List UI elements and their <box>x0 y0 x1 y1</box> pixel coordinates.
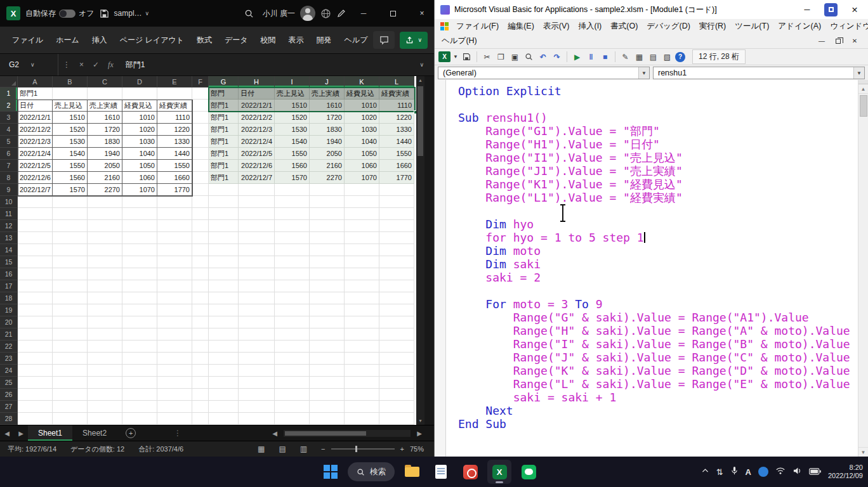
cell-C12[interactable] <box>88 220 122 232</box>
formula-bar-expand-icon[interactable]: ∨ <box>419 62 424 68</box>
cell-G9[interactable] <box>209 184 239 196</box>
cell-I8[interactable]: 1570 <box>275 172 310 184</box>
cell-F18[interactable] <box>192 292 209 304</box>
cell-A21[interactable] <box>18 328 53 341</box>
cell-A8[interactable]: 2022/12/6 <box>18 172 53 184</box>
filename-dropdown[interactable]: sampl… ∨ <box>114 9 150 18</box>
cell-A24[interactable] <box>18 365 53 377</box>
cell-G28[interactable] <box>209 413 239 425</box>
scroll-up-icon[interactable]: ▲ <box>418 76 423 84</box>
zoom-out-icon[interactable]: − <box>321 445 325 453</box>
column-header-J[interactable]: J <box>310 76 345 88</box>
cell-C5[interactable]: 1830 <box>88 136 122 148</box>
cell-D19[interactable] <box>122 304 157 316</box>
cell-H2[interactable]: 2022/12/1 <box>239 100 275 112</box>
select-all-corner[interactable] <box>0 76 18 88</box>
page-break-view-icon[interactable]: ▥ <box>300 445 307 453</box>
cell-L14[interactable] <box>379 244 414 256</box>
cell-H12[interactable] <box>239 220 275 232</box>
cell-K7[interactable]: 1060 <box>345 160 379 172</box>
cell-D17[interactable] <box>122 280 157 292</box>
cell-J8[interactable]: 2270 <box>310 172 345 184</box>
cell-J9[interactable] <box>310 184 345 196</box>
cell-B12[interactable] <box>53 220 88 232</box>
name-box[interactable]: G2 ∨ <box>0 54 58 75</box>
cell-J17[interactable] <box>310 280 345 292</box>
cell-D18[interactable] <box>122 292 157 304</box>
cell-H23[interactable] <box>239 353 275 365</box>
code-line-20[interactable]: Range("I" & saki).Value = Range("B" & mo… <box>458 337 857 351</box>
cell-L15[interactable] <box>379 256 414 268</box>
cell-B14[interactable] <box>53 244 88 256</box>
cell-C3[interactable]: 1610 <box>88 112 122 124</box>
cell-J16[interactable] <box>310 268 345 280</box>
cell-I11[interactable] <box>275 208 310 220</box>
ribbon-tab-9[interactable]: ヘルプ <box>339 31 374 49</box>
cell-A19[interactable] <box>18 304 53 316</box>
cell-I18[interactable] <box>275 292 310 304</box>
cell-H28[interactable] <box>239 413 275 425</box>
cell-F22[interactable] <box>192 341 209 353</box>
minimize-button[interactable]: ─ <box>798 2 817 17</box>
cell-C26[interactable] <box>88 389 122 401</box>
cell-A7[interactable]: 2022/12/5 <box>18 160 53 172</box>
menu-item-1-0[interactable]: ファイル(F) <box>452 20 503 33</box>
design-mode-icon[interactable]: ✎ <box>619 51 631 63</box>
cell-L21[interactable] <box>379 328 414 341</box>
cell-J15[interactable] <box>310 256 345 268</box>
code-line-3[interactable]: Sub renshu1() <box>458 111 857 124</box>
cell-L20[interactable] <box>379 316 414 328</box>
wifi-icon[interactable] <box>775 466 786 477</box>
cell-B23[interactable] <box>53 353 88 365</box>
cell-D1[interactable] <box>122 88 157 100</box>
cell-I24[interactable] <box>275 365 310 377</box>
cell-I19[interactable] <box>275 304 310 316</box>
code-line-11[interactable]: Dim hyo <box>458 218 857 231</box>
cell-G2[interactable]: 部門1 <box>209 100 239 112</box>
cell-I9[interactable] <box>275 184 310 196</box>
cell-G16[interactable] <box>209 268 239 280</box>
cell-K5[interactable]: 1040 <box>345 136 379 148</box>
cell-K28[interactable] <box>345 413 379 425</box>
close-button[interactable]: × <box>410 0 434 27</box>
cell-C17[interactable] <box>88 280 122 292</box>
cell-J22[interactable] <box>310 341 345 353</box>
row-header-6[interactable]: 6 <box>0 148 18 160</box>
cell-H18[interactable] <box>239 292 275 304</box>
row-header-10[interactable]: 10 <box>0 196 18 208</box>
cell-L9[interactable] <box>379 184 414 196</box>
cell-A23[interactable] <box>18 353 53 365</box>
cell-B4[interactable]: 1520 <box>53 124 88 136</box>
code-line-23[interactable]: Range("L" & saki).Value = Range("E" & mo… <box>458 377 857 391</box>
child-restore-button[interactable] <box>831 36 845 47</box>
sheet-prev-icon[interactable]: ◀ <box>0 430 14 437</box>
cell-H14[interactable] <box>239 244 275 256</box>
cell-D4[interactable]: 1020 <box>122 124 157 136</box>
cell-A10[interactable] <box>18 196 53 208</box>
column-header-A[interactable]: A <box>18 76 53 88</box>
cell-E10[interactable] <box>157 196 192 208</box>
object-dropdown[interactable]: (General) ▼ <box>438 67 650 79</box>
row-header-14[interactable]: 14 <box>0 244 18 256</box>
cell-E1[interactable] <box>157 88 192 100</box>
cell-A14[interactable] <box>18 244 53 256</box>
cell-C2[interactable]: 売上実績 <box>88 100 122 112</box>
scroll-up-icon[interactable]: ▲ <box>858 84 868 94</box>
cell-H7[interactable]: 2022/12/6 <box>239 160 275 172</box>
cell-G14[interactable] <box>209 244 239 256</box>
code-line-22[interactable]: Range("K" & saki).Value = Range("D" & mo… <box>458 364 857 377</box>
normal-view-icon[interactable]: ▦ <box>258 445 265 453</box>
cell-G18[interactable] <box>209 292 239 304</box>
cell-I22[interactable] <box>275 341 310 353</box>
cell-D13[interactable] <box>122 232 157 244</box>
cell-H3[interactable]: 2022/12/2 <box>239 112 275 124</box>
ribbon-tab-1[interactable]: ホーム <box>50 31 85 49</box>
cell-C11[interactable] <box>88 208 122 220</box>
tray-app-icon-blue[interactable] <box>758 467 768 477</box>
project-explorer-icon[interactable]: ▦ <box>633 51 645 63</box>
share-button[interactable]: ∨ <box>400 32 428 49</box>
column-header-I[interactable]: I <box>275 76 310 88</box>
cell-H11[interactable] <box>239 208 275 220</box>
cell-J10[interactable] <box>310 196 345 208</box>
cell-I2[interactable]: 1510 <box>275 100 310 112</box>
